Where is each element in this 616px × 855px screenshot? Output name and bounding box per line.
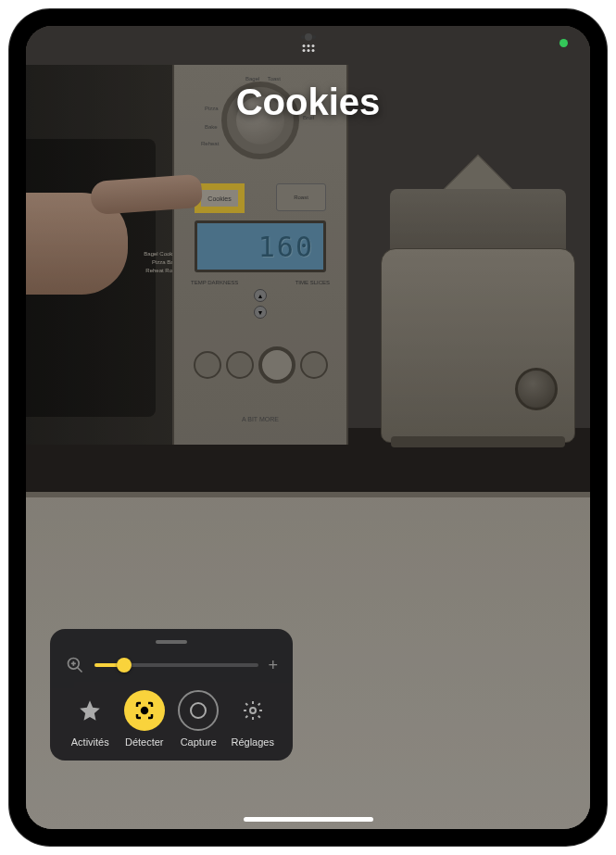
gear-icon — [233, 690, 273, 731]
svg-line-1 — [78, 668, 82, 673]
tab-capture-label: Capture — [181, 736, 217, 748]
svg-point-5 — [191, 703, 206, 718]
status-bar — [26, 26, 590, 48]
tab-detect-label: Détecter — [125, 736, 164, 748]
tab-capture[interactable]: Capture — [173, 690, 224, 748]
zoom-slider[interactable] — [94, 663, 258, 667]
ipad-frame: Bagel Cookies Pizza Bake Reheat Roast Ba… — [9, 9, 607, 846]
magnifier-control-panel[interactable]: + Activités Détecter — [50, 629, 293, 761]
zoom-out-icon[interactable] — [65, 655, 85, 675]
tab-settings[interactable]: Réglages — [228, 690, 279, 748]
detect-frame-icon — [124, 690, 165, 731]
circle-outline-icon — [178, 690, 219, 731]
mode-tab-row: Activités Détecter Capture — [61, 686, 282, 748]
tab-activities[interactable]: Activités — [65, 690, 116, 748]
camera-in-use-indicator — [559, 39, 568, 47]
zoom-in-icon[interactable]: + — [268, 656, 278, 675]
detection-result-title: Cookies — [26, 82, 590, 123]
zoom-slider-row: + — [61, 655, 282, 686]
svg-point-4 — [142, 708, 147, 713]
tab-detect[interactable]: Détecter — [119, 690, 170, 748]
front-camera-dot — [305, 33, 312, 41]
zoom-slider-thumb[interactable] — [117, 658, 132, 673]
tab-settings-label: Réglages — [232, 736, 274, 748]
panel-grabber[interactable] — [156, 640, 187, 644]
tab-activities-label: Activités — [71, 736, 109, 748]
star-icon — [69, 690, 110, 731]
screen: Bagel Cookies Pizza Bake Reheat Roast Ba… — [26, 26, 590, 829]
svg-point-6 — [250, 708, 256, 713]
home-indicator[interactable] — [244, 817, 373, 822]
